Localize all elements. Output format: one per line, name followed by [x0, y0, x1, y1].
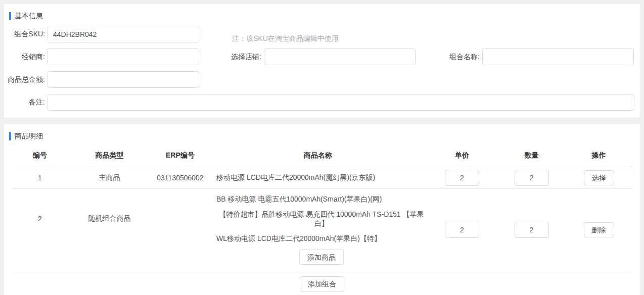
basic-info-section-title: 基本信息 — [4, 4, 640, 21]
table-row: 1 主商品 031130506002 移动电源 LCD电库二代20000mAh(… — [12, 167, 632, 189]
product-detail-section-title: 商品明细 — [4, 124, 640, 141]
total-amount-input[interactable] — [48, 71, 199, 88]
total-amount-label: 商品总金额: — [4, 75, 48, 84]
header-type: 商品类型 — [68, 147, 151, 167]
header-erp: ERP编号 — [151, 147, 209, 167]
basic-info-title-text: 基本信息 — [15, 12, 43, 21]
row2-erp — [151, 189, 209, 271]
row1-price-input[interactable] — [445, 170, 479, 186]
form-row-sku: 组合SKU: 注：该SKU在淘宝商品编辑中使用 — [4, 26, 640, 42]
dealer-input[interactable] — [48, 48, 199, 65]
combo-name-input[interactable] — [482, 48, 634, 65]
row2-no: 2 — [12, 189, 68, 271]
add-combo-button[interactable]: 添加组合 — [300, 276, 344, 291]
header-price: 单价 — [427, 147, 497, 167]
row2-type: 随机组合商品 — [68, 189, 151, 271]
product-detail-title-text: 商品明细 — [15, 132, 43, 141]
shop-label: 选择店铺: — [199, 53, 264, 62]
form-row-remark: 备注: — [4, 94, 640, 111]
row2-qty-input[interactable] — [515, 222, 549, 238]
row2-price-input[interactable] — [445, 222, 479, 238]
remark-input[interactable] — [48, 94, 634, 111]
row1-product-name: 移动电源 LCD电库二代20000mAh(魔幻黑)(京东版) — [209, 167, 427, 189]
accent-bar-icon — [9, 132, 11, 140]
row2-product-names: BB 移动电源 电霸五代10000mAh(Smart)(苹果白)(网) 【特价超… — [209, 189, 427, 271]
product-detail-table: 编号 商品类型 ERP编号 商品名称 单价 数量 操作 1 主商品 031130… — [12, 147, 632, 271]
header-qty: 数量 — [497, 147, 566, 167]
row2-product-name-2: 【特价超市】品胜移动电源 易充四代 10000mAh TS-D151 【苹果白】 — [216, 209, 427, 229]
basic-info-form: 组合SKU: 注：该SKU在淘宝商品编辑中使用 经销商: 选择店铺: 组合名称:… — [4, 26, 640, 111]
row1-qty-input[interactable] — [515, 170, 549, 186]
table-header-row: 编号 商品类型 ERP编号 商品名称 单价 数量 操作 — [12, 147, 632, 167]
remark-label: 备注: — [4, 98, 48, 107]
sku-input[interactable] — [48, 26, 199, 42]
table-footer: 添加组合 — [4, 271, 640, 291]
combo-name-label: 组合名称: — [416, 53, 482, 62]
row2-delete-button[interactable]: 删除 — [584, 222, 614, 237]
row1-no: 1 — [12, 167, 68, 189]
row1-select-button[interactable]: 选择 — [584, 170, 614, 185]
header-name: 商品名称 — [209, 147, 427, 167]
row2-product-name-3: WL移动电源 LCD电库二代20000mAh(苹果白)【特】 — [216, 229, 427, 249]
row1-erp: 031130506002 — [151, 167, 209, 189]
sku-label: 组合SKU: — [4, 30, 48, 39]
accent-bar-icon — [9, 12, 11, 20]
shop-input[interactable] — [264, 48, 416, 65]
sku-note: 注：该SKU在淘宝商品编辑中使用 — [232, 34, 339, 43]
form-row-total-amount: 商品总金额: — [4, 71, 640, 88]
row2-product-name-1: BB 移动电源 电霸五代10000mAh(Smart)(苹果白)(网) — [216, 189, 427, 209]
add-product-button[interactable]: 添加商品 — [299, 250, 344, 265]
header-no: 编号 — [12, 147, 68, 167]
dealer-label: 经销商: — [4, 53, 48, 62]
form-row-dealer-shop-name: 经销商: 选择店铺: 组合名称: — [4, 48, 640, 65]
table-row: 2 随机组合商品 BB 移动电源 电霸五代10000mAh(Smart)(苹果白… — [12, 189, 632, 271]
header-action: 操作 — [566, 147, 632, 167]
row1-type: 主商品 — [68, 167, 151, 189]
basic-info-card: 基本信息 组合SKU: 注：该SKU在淘宝商品编辑中使用 经销商: 选择店铺: … — [4, 4, 640, 118]
product-detail-card: 商品明细 编号 商品类型 ERP编号 商品名称 单价 数量 操作 1 主商品 0… — [4, 124, 640, 295]
